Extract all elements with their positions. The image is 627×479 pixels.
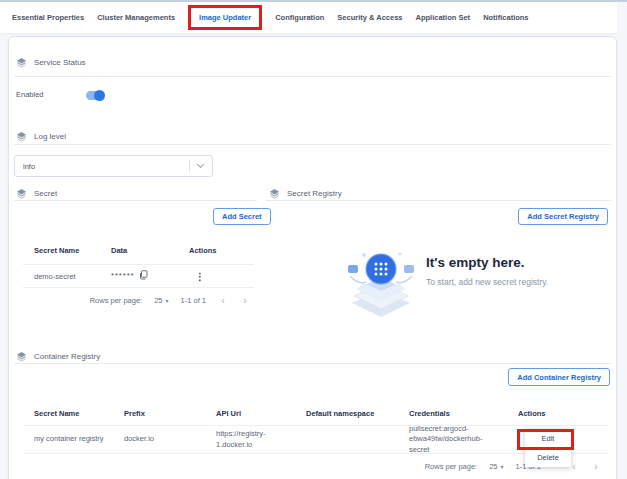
add-secret-registry-button[interactable]: Add Secret Registry <box>518 208 608 225</box>
api-url-cell: https://registry-1.docker.io <box>205 429 295 449</box>
column-header: Secret Name <box>23 246 100 255</box>
menu-item-edit[interactable]: Edit <box>525 429 571 448</box>
caret-down-icon: ▾ <box>166 297 169 304</box>
rows-per-page-select[interactable]: 25▾ <box>154 296 168 305</box>
tab-cluster-managements[interactable]: Cluster Managements <box>97 13 175 22</box>
layers-icon <box>16 188 27 199</box>
section-title: Log level <box>34 132 66 141</box>
empty-state-title: It's empty here. <box>426 255 525 270</box>
column-header: Credentials <box>398 409 507 418</box>
column-header: Prefix <box>113 409 205 418</box>
tab-bar: Essential Properties Cluster Managements… <box>0 2 617 33</box>
tab-essential-properties[interactable]: Essential Properties <box>12 13 84 22</box>
registry-name-cell: my container registry <box>23 434 113 444</box>
divider <box>14 363 611 364</box>
empty-state-illustration <box>344 245 418 325</box>
container-registry-table: Secret Name Prefix API Url Default names… <box>23 401 609 474</box>
layers-icon <box>269 188 280 199</box>
secret-name-cell: demo-secret <box>23 272 100 281</box>
service-status-section-header: Service Status <box>16 57 86 68</box>
row-actions-menu: Edit Delete <box>525 429 571 467</box>
secret-registry-section-header: Secret Registry <box>269 188 342 199</box>
rows-per-page-value: 25 <box>489 462 497 471</box>
toggle-knob <box>94 90 105 101</box>
tab-security-access[interactable]: Security & Access <box>337 13 402 22</box>
masked-value: ****** <box>111 271 135 280</box>
column-header: Data <box>100 246 178 255</box>
rows-per-page-label: Rows per page: <box>425 462 478 471</box>
divider <box>14 76 611 77</box>
caret-down-icon: ▾ <box>501 463 504 470</box>
table-row: my container registry docker.io https://… <box>23 426 609 454</box>
layers-icon <box>16 351 27 362</box>
column-header: Default namespace <box>295 409 398 418</box>
layers-icon <box>16 131 27 142</box>
secret-pagination: Rows per page: 25▾ 1-1 of 1 ‹ › <box>23 292 254 308</box>
prefix-cell: docker.io <box>113 434 205 444</box>
secret-section-header: Secret <box>16 188 57 199</box>
secret-table: Secret Name Data Actions demo-secret ***… <box>23 237 254 308</box>
rows-per-page-value: 25 <box>154 296 162 305</box>
divider <box>266 200 611 201</box>
tab-notifications[interactable]: Notifications <box>483 13 528 22</box>
next-page-icon[interactable]: › <box>240 295 250 306</box>
column-header: Actions <box>178 246 254 255</box>
kebab-menu-icon[interactable]: ⋮ <box>178 271 254 282</box>
tab-configuration[interactable]: Configuration <box>275 13 324 22</box>
log-level-value: info <box>23 162 35 171</box>
tab-image-updater[interactable]: Image Updater <box>188 5 262 30</box>
section-title: Container Registry <box>34 352 100 361</box>
rows-per-page-select[interactable]: 25▾ <box>489 462 503 471</box>
next-page-icon[interactable]: › <box>591 461 601 472</box>
menu-item-delete[interactable]: Delete <box>525 448 571 467</box>
select-controls <box>189 156 212 176</box>
enabled-label: Enabled <box>16 90 44 99</box>
image-updater-panel: Service Status Enabled Log level info Se… <box>8 36 617 479</box>
add-container-registry-button[interactable]: Add Container Registry <box>508 368 610 386</box>
empty-state-subtitle: To start, add new secret registry. <box>426 277 548 287</box>
section-title: Secret <box>34 189 57 198</box>
credentials-cell: pullsecret:argocd-ebwa49tw/dockerhub-sec… <box>398 424 507 454</box>
select-separator <box>189 160 190 173</box>
page-range: 1-1 of 1 <box>181 296 206 305</box>
divider <box>14 200 257 201</box>
table-row: demo-secret ****** ⋮ <box>23 265 254 288</box>
section-title: Service Status <box>34 58 86 67</box>
divider <box>14 144 611 145</box>
previous-page-icon[interactable]: ‹ <box>218 295 228 306</box>
column-header: Actions <box>507 409 609 418</box>
column-header: API Url <box>205 409 295 418</box>
enabled-toggle[interactable] <box>86 91 103 100</box>
rows-per-page-label: Rows per page: <box>90 296 143 305</box>
container-pagination: Rows per page: 25▾ 1-1 of 1 ‹ › <box>23 458 609 474</box>
section-title: Secret Registry <box>287 189 342 198</box>
tab-application-set[interactable]: Application Set <box>416 13 471 22</box>
secret-table-header: Secret Name Data Actions <box>23 237 254 265</box>
layers-icon <box>16 57 27 68</box>
log-level-section-header: Log level <box>16 131 66 142</box>
column-header: Secret Name <box>23 409 113 418</box>
add-secret-button[interactable]: Add Secret <box>213 208 271 225</box>
log-level-select[interactable]: info <box>14 155 213 177</box>
container-table-header: Secret Name Prefix API Url Default names… <box>23 401 609 426</box>
container-registry-section-header: Container Registry <box>16 351 100 362</box>
chevron-down-icon[interactable] <box>197 161 204 168</box>
copy-icon[interactable] <box>139 270 148 282</box>
secret-data-cell: ****** <box>100 270 178 282</box>
